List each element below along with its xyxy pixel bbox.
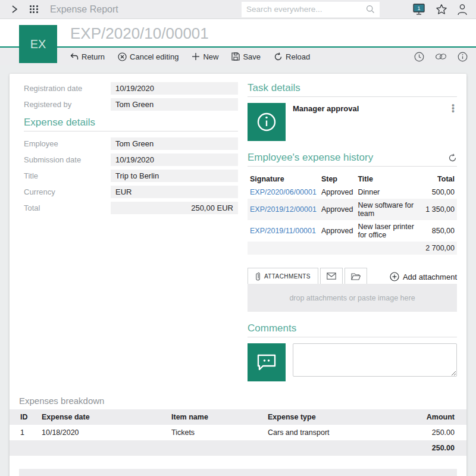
new-button[interactable]: New — [192, 52, 218, 61]
refresh-history-icon[interactable] — [448, 154, 457, 164]
history-row: EXP/2019/12/00001 Approved New software … — [248, 199, 457, 220]
history-grand-total: 2 700,00 — [420, 242, 457, 255]
reload-icon — [274, 52, 283, 61]
field-title: Title Trip to Berlin — [24, 170, 238, 182]
add-attachment-button[interactable]: Add attachment — [390, 272, 457, 284]
tab-email[interactable] — [320, 268, 343, 284]
field-currency: Currency EUR — [24, 186, 238, 198]
breakdown-row: 1 10/18/2020 Tickets Cars and transport … — [10, 425, 466, 440]
action-toolbar: Return Cancel editing New Save Reload — [0, 48, 476, 65]
record-avatar: EX — [19, 25, 57, 63]
field-label: Registration date — [24, 84, 111, 93]
sidebar-expand-icon[interactable] — [8, 4, 20, 15]
expense-history-header: Employee's expense history — [248, 152, 457, 167]
save-button[interactable]: Save — [231, 52, 261, 61]
tab-folder[interactable] — [345, 268, 367, 284]
comments-header: Comments — [248, 322, 457, 337]
submission-date-field[interactable]: 10/19/2020 — [111, 154, 238, 166]
field-registration-date: Registration date 10/19/2020 — [24, 82, 238, 95]
user-profile-icon[interactable] — [457, 4, 468, 15]
return-icon — [70, 53, 79, 61]
link-icon[interactable] — [435, 52, 447, 62]
record-card: Registration date 10/19/2020 Registered … — [10, 74, 466, 476]
save-icon — [231, 52, 240, 61]
history-record-link[interactable]: EXP/2020/06/00001 — [250, 188, 317, 196]
field-submission-date: Submission date 10/19/2020 — [24, 154, 238, 166]
field-label: Submission date — [24, 155, 111, 164]
plus-circle-icon — [390, 272, 399, 281]
return-button[interactable]: Return — [70, 52, 105, 61]
breakdown-header-row: ID Expense date Item name Expense type A… — [10, 409, 466, 425]
record-header: EX EXP/2020/10/00001 — [0, 19, 476, 48]
field-registered-by: Registered by Tom Green — [24, 98, 238, 111]
right-column: Task details Manager approval ••• Employ… — [248, 82, 457, 387]
search-box[interactable] — [242, 2, 380, 17]
plus-icon — [192, 52, 200, 61]
registration-date-field[interactable]: 10/19/2020 — [111, 82, 238, 95]
field-label: Registered by — [24, 100, 111, 109]
top-bar: Expense Report 1 — [0, 0, 476, 19]
history-row: EXP/2019/11/00001 Approved New laser pri… — [248, 220, 457, 242]
comment-row — [248, 343, 457, 381]
history-clock-icon[interactable] — [414, 52, 424, 62]
cancel-icon — [118, 52, 127, 61]
expense-details-header: Expense details — [24, 117, 238, 131]
history-row: EXP/2020/06/00001 Approved Dinner 500,00 — [248, 186, 457, 199]
attachments-dropzone[interactable]: drop attachments or paste image here — [248, 284, 457, 312]
breakdown-table: ID Expense date Item name Expense type A… — [10, 409, 466, 456]
breakdown-total: 250.00 — [401, 440, 466, 456]
currency-field[interactable]: EUR — [111, 186, 238, 198]
history-record-link[interactable]: EXP/2019/12/00001 — [250, 205, 317, 214]
tab-attachments[interactable]: ATTACHMENTS — [248, 268, 318, 284]
expense-history-table: Signature Step Title Total EXP/2020/06/0… — [248, 173, 457, 255]
comment-input[interactable] — [293, 343, 457, 377]
task-menu-icon[interactable]: ••• — [449, 103, 457, 114]
history-record-link[interactable]: EXP/2019/11/00001 — [250, 227, 316, 235]
search-icon[interactable] — [366, 5, 375, 14]
employee-field[interactable]: Tom Green — [111, 137, 238, 150]
cancel-editing-button[interactable]: Cancel editing — [118, 52, 178, 61]
record-title: EXP/2020/10/00001 — [70, 24, 209, 43]
field-label: Title — [24, 171, 111, 180]
field-label: Employee — [24, 139, 111, 148]
search-input[interactable] — [246, 5, 366, 14]
attachments-tab-bar: ATTACHMENTS Add attachment — [248, 268, 457, 284]
field-label: Currency — [24, 187, 111, 196]
field-total: Total 250,00 EUR — [24, 202, 238, 214]
title-field[interactable]: Trip to Berlin — [111, 170, 238, 182]
left-column: Registration date 10/19/2020 Registered … — [19, 82, 238, 387]
task-details-header: Task details — [248, 82, 457, 97]
task-name: Manager approval — [286, 103, 449, 113]
task-details-row: Manager approval ••• — [248, 103, 457, 141]
envelope-icon — [327, 273, 336, 280]
notifications-icon[interactable]: 1 — [412, 3, 426, 16]
history-total-row: 2 700,00 — [248, 242, 457, 255]
task-info-icon — [248, 103, 286, 141]
favorites-star-icon[interactable] — [436, 4, 447, 15]
paperclip-icon — [255, 272, 261, 281]
comment-bubble-icon — [248, 343, 286, 381]
info-icon[interactable] — [458, 52, 468, 62]
available-paths-box: Available paths: Approve Reject Request … — [19, 469, 457, 476]
app-launcher-icon[interactable] — [29, 4, 39, 15]
field-employee: Employee Tom Green — [24, 137, 238, 150]
page-body: Registration date 10/19/2020 Registered … — [0, 65, 476, 476]
total-field: 250,00 EUR — [111, 202, 238, 214]
notification-count: 1 — [417, 5, 420, 11]
folder-icon — [351, 273, 361, 280]
app-title: Expense Report — [50, 4, 118, 15]
reload-button[interactable]: Reload — [274, 52, 310, 61]
history-header-row: Signature Step Title Total — [248, 173, 457, 186]
breakdown-title: Expenses breakdown — [19, 396, 457, 406]
registered-by-field[interactable]: Tom Green — [111, 98, 238, 111]
breakdown-total-row: 250.00 — [10, 440, 466, 456]
field-label: Total — [24, 203, 111, 212]
